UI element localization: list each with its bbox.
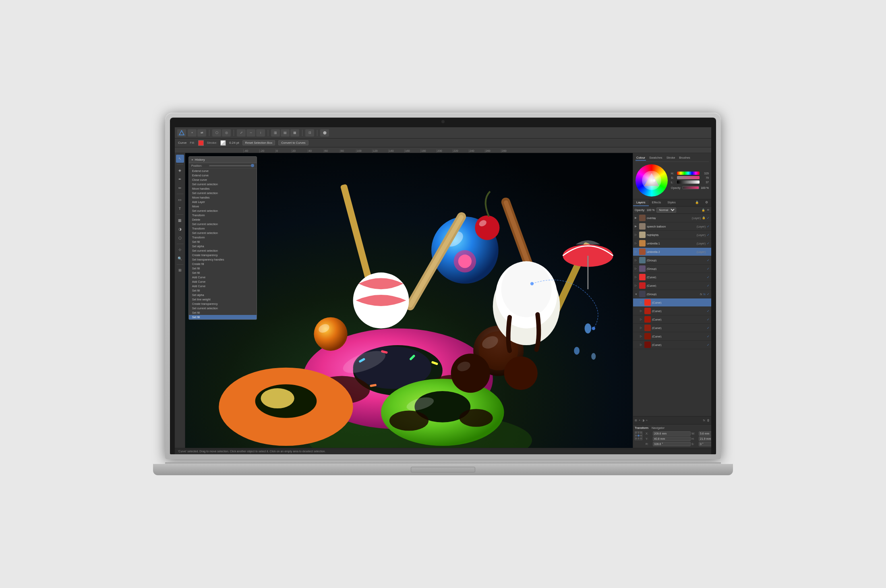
layer-vis-curve2[interactable]: ✓	[707, 284, 710, 288]
tab-swatches[interactable]: Swatches	[648, 155, 663, 161]
ref-mr[interactable]	[640, 435, 642, 437]
transform-r-input[interactable]	[653, 442, 691, 446]
history-item[interactable]: Extend curve	[189, 169, 257, 173]
layers-mask-btn[interactable]: ◑	[642, 419, 644, 422]
ref-ml[interactable]	[635, 435, 637, 437]
layers-adjust-btn[interactable]: ≈	[646, 419, 648, 422]
layer-vis-group2[interactable]: ✓	[707, 267, 710, 271]
history-item[interactable]: Set current selection	[189, 231, 257, 235]
layer-expand-curve-active[interactable]: ▷	[640, 301, 643, 304]
layers-add-layer-btn[interactable]: +	[639, 419, 640, 422]
layer-vis-child2[interactable]: ✓	[707, 318, 710, 321]
pixel-persona[interactable]: ◎	[222, 129, 231, 137]
layer-expand-group-fx[interactable]: ▼	[635, 293, 638, 296]
reset-selection-box-button[interactable]: Reset Selection Box	[242, 140, 275, 145]
layer-vis-speech[interactable]: ✓	[707, 225, 710, 228]
flip-v-btn[interactable]: ↕	[256, 129, 265, 137]
tool-color[interactable]: ⬡	[176, 234, 184, 242]
history-item[interactable]: Set fill	[189, 311, 257, 315]
layer-lock-overlay[interactable]: 🔒	[702, 216, 706, 219]
layer-expand-overlay[interactable]: ▶	[635, 216, 638, 219]
layer-item-child-curve4[interactable]: ▷ (Curve) ✓	[633, 332, 711, 341]
layers-lock-all-btn[interactable]: 🔒	[692, 199, 702, 206]
layer-vis-child1[interactable]: ✓	[707, 309, 710, 313]
tool-pen[interactable]: ✒	[176, 175, 184, 183]
sat-slider[interactable]	[677, 176, 700, 179]
history-item[interactable]: Create transparency	[189, 302, 257, 306]
opacity-slider[interactable]	[682, 186, 699, 189]
blend-mode-select[interactable]: Normal	[656, 207, 676, 213]
layer-expand-group2[interactable]: ▷	[635, 267, 638, 270]
tab-brushes[interactable]: Brushes	[678, 155, 691, 161]
layer-item-child-curve3[interactable]: ▷ (Curve) ✓	[633, 324, 711, 332]
layer-vis-curve-active[interactable]: ✓	[707, 301, 710, 304]
arrange-btn-1[interactable]: ▥	[271, 129, 280, 137]
layer-vis-overlay[interactable]: ✓	[707, 216, 710, 220]
history-item[interactable]: Extend curve	[189, 173, 257, 178]
layer-expand-curve2[interactable]: ▷	[635, 284, 638, 287]
tab-layers[interactable]: Layers	[633, 199, 649, 206]
arrange-btn-2[interactable]: ▤	[281, 129, 290, 137]
layers-eye-icon[interactable]: 👁	[707, 209, 710, 211]
history-item[interactable]: Transform	[189, 213, 257, 217]
layer-expand-child3[interactable]: ▷	[640, 326, 643, 329]
history-item[interactable]: Set current selection	[189, 191, 257, 195]
layers-lock-icon[interactable]: 🔒	[702, 209, 705, 212]
tab-transform[interactable]: Transform	[635, 426, 648, 430]
stroke-swatch[interactable]	[220, 140, 226, 146]
layer-item-group2[interactable]: ▷ (Group) ✓	[633, 265, 711, 273]
history-item-selected[interactable]: Set fill	[189, 315, 257, 319]
tool-fill[interactable]: ▦	[176, 216, 184, 224]
tab-stroke[interactable]: Stroke	[666, 155, 676, 161]
layer-vis-umbrella2[interactable]: ✓	[707, 250, 710, 254]
history-item[interactable]: Move	[189, 204, 257, 209]
share-button[interactable]: ⇄	[197, 129, 206, 137]
history-item[interactable]: Move handles	[189, 186, 257, 191]
history-item[interactable]: Set current selection	[189, 306, 257, 311]
transform-y-input[interactable]	[653, 437, 691, 441]
history-item[interactable]: Set current selection	[189, 248, 257, 253]
layer-item-highlights[interactable]: ▷ highlights (Layer) ✓	[633, 231, 711, 239]
tool-zoom[interactable]: 🔍	[176, 255, 184, 263]
flip-h-btn[interactable]: ↔	[246, 129, 255, 137]
tool-text[interactable]: T	[176, 205, 184, 213]
history-item[interactable]: Set alpha	[189, 293, 257, 297]
tab-styles[interactable]: Styles	[664, 199, 679, 206]
ref-tl[interactable]	[635, 432, 637, 434]
transform-h-input[interactable]	[699, 437, 711, 441]
hue-slider[interactable]	[677, 172, 700, 175]
layer-item-curve-active[interactable]: ▷ (Curve) ✓	[633, 298, 711, 307]
history-item[interactable]: Set alpha	[189, 244, 257, 248]
layer-vis-highlights[interactable]: ✓	[707, 233, 710, 237]
tab-colour[interactable]: Colour	[636, 155, 646, 161]
history-item[interactable]: Transform	[189, 226, 257, 231]
history-item[interactable]: Set current selection	[189, 182, 257, 186]
history-item[interactable]: Transform	[189, 235, 257, 240]
transform-reference-point[interactable]	[635, 431, 642, 440]
layer-expand-group1[interactable]: ▷	[635, 259, 638, 262]
layer-vis-group-fx[interactable]: ✓	[707, 292, 710, 296]
tool-shape[interactable]: ▭	[176, 196, 184, 204]
history-item[interactable]: Create transparency	[189, 253, 257, 257]
history-item[interactable]: Add Curve	[189, 275, 257, 280]
history-item[interactable]: Add Curve	[189, 284, 257, 288]
ref-tr[interactable]	[640, 432, 642, 434]
layer-item-child-curve5[interactable]: ▷ (Curve) ✓	[633, 341, 711, 349]
transform-x-input[interactable]	[653, 431, 691, 436]
layer-item-speech[interactable]: ▶ speech balloon (Layer) ✓	[633, 222, 711, 231]
layer-vis-group1[interactable]: ✓	[707, 259, 710, 262]
ref-br[interactable]	[640, 437, 642, 439]
layer-expand-highlights[interactable]: ▷	[635, 233, 638, 236]
transform-s-input[interactable]	[699, 442, 711, 446]
layer-item-curve1[interactable]: ▷ (Curve) ✓	[633, 273, 711, 282]
layers-add-group-btn[interactable]: ⊞	[635, 419, 637, 422]
layer-expand-child4[interactable]: ▷	[640, 335, 643, 338]
layer-vis-umbrella1[interactable]: ✓	[707, 242, 710, 245]
history-item[interactable]: Create fill	[189, 262, 257, 266]
lum-slider[interactable]	[677, 180, 700, 184]
layer-item-umbrella1[interactable]: ▷ umbrella 1 (Layer) ✓	[633, 239, 711, 248]
layer-vis-child5[interactable]: ✓	[707, 343, 710, 347]
canvas-area[interactable]: ● History Position: Extend curve	[185, 153, 633, 448]
layer-vis-child3[interactable]: ✓	[707, 326, 710, 330]
logo-button[interactable]	[177, 129, 186, 137]
